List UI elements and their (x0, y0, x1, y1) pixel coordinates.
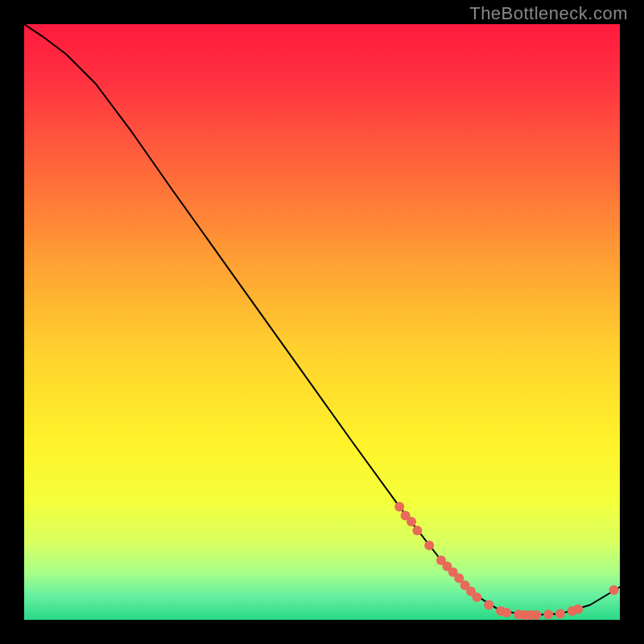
data-dot (555, 609, 565, 619)
chart-frame: TheBottleneck.com (0, 0, 644, 644)
data-dot (609, 585, 619, 595)
chart-svg (24, 24, 620, 620)
gradient-background (24, 24, 620, 620)
data-dot (573, 605, 583, 614)
data-dot (472, 592, 481, 602)
data-dot (502, 608, 511, 617)
watermark-text: TheBottleneck.com (469, 3, 628, 24)
data-dot (484, 601, 493, 610)
plot-area (24, 24, 620, 620)
data-dot (407, 517, 416, 526)
data-dot (412, 526, 422, 535)
data-dot (424, 541, 434, 551)
data-dot (531, 610, 541, 620)
data-dot (394, 502, 404, 511)
data-dot (543, 609, 553, 619)
